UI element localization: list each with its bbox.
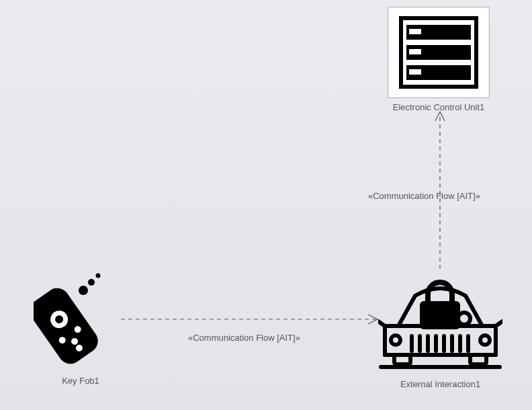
svg-rect-29 bbox=[470, 355, 486, 364]
node-ecu: Electronic Control Unit1 bbox=[388, 7, 490, 112]
node-keyfob: Key Fob1 bbox=[34, 262, 128, 386]
svg-rect-10 bbox=[34, 284, 103, 369]
edge-label-car-to-ecu: «Communication Flow [AIT]» bbox=[368, 191, 480, 201]
edge-label-keyfob-to-car: «Communication Flow [AIT]» bbox=[188, 333, 300, 343]
svg-point-27 bbox=[480, 335, 490, 345]
remote-keyfob-icon bbox=[34, 262, 128, 370]
svg-point-8 bbox=[88, 279, 95, 286]
server-rack-icon bbox=[398, 15, 479, 89]
svg-point-26 bbox=[391, 335, 400, 345]
svg-rect-28 bbox=[394, 355, 410, 364]
svg-point-9 bbox=[79, 286, 88, 295]
node-keyfob-label: Key Fob1 bbox=[34, 376, 128, 386]
svg-rect-32 bbox=[420, 301, 460, 329]
car-lock-icon bbox=[378, 269, 502, 373]
svg-rect-4 bbox=[409, 49, 421, 54]
svg-rect-6 bbox=[409, 69, 421, 75]
edge-car-to-ecu-arrowhead bbox=[435, 112, 445, 121]
svg-rect-2 bbox=[409, 29, 421, 34]
edge-keyfob-to-car-arrowhead bbox=[368, 315, 378, 324]
node-car-label: External Interaction1 bbox=[378, 379, 502, 389]
ecu-container bbox=[388, 7, 490, 98]
svg-point-7 bbox=[96, 274, 101, 278]
node-ecu-label: Electronic Control Unit1 bbox=[388, 102, 490, 112]
node-car: External Interaction1 bbox=[378, 269, 502, 389]
